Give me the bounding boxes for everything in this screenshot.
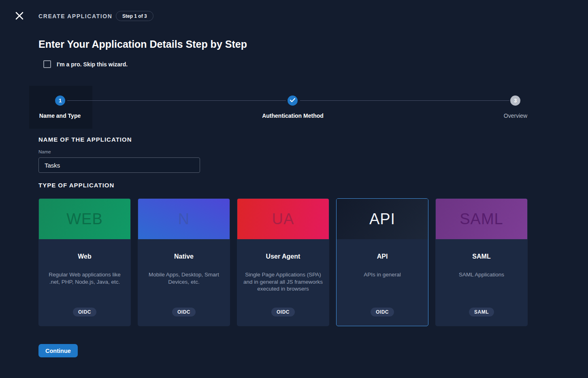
step-3-label[interactable]: Overview: [504, 113, 527, 119]
card-title: User Agent: [237, 253, 329, 260]
name-field-label: Name: [38, 149, 51, 154]
page-title: CREATE APPLICATION: [38, 13, 113, 19]
current-step-highlight: [29, 86, 92, 129]
card-description: APIs in general: [337, 271, 428, 278]
card-header-art: API: [337, 199, 428, 239]
card-header-art: SAML: [436, 199, 527, 239]
card-description: SAML Applications: [436, 271, 527, 278]
check-icon: [290, 98, 295, 104]
step-badge: Step 1 of 3: [116, 11, 153, 21]
stepper-connector: [300, 100, 509, 101]
app-type-card-api[interactable]: API API APIs in general OIDC: [336, 198, 428, 326]
app-type-card-saml[interactable]: SAML SAML SAML Applications SAML: [435, 198, 528, 326]
wizard-heading: Enter Your Application Details Step by S…: [38, 38, 247, 50]
card-header-art: WEB: [39, 199, 130, 239]
protocol-badge: OIDC: [172, 308, 196, 316]
app-type-card-web[interactable]: WEB Web Regular Web applications like .n…: [38, 198, 131, 326]
protocol-badge: OIDC: [371, 308, 394, 316]
application-name-input[interactable]: [38, 157, 200, 173]
type-section-title: TYPE OF APPLICATION: [38, 182, 114, 189]
step-1-label[interactable]: Name and Type: [39, 113, 81, 119]
name-section-title: NAME OF THE APPLICATION: [38, 136, 132, 143]
skip-wizard-checkbox[interactable]: [43, 60, 51, 68]
card-description: Regular Web applications like .net, PHP,…: [39, 271, 130, 285]
protocol-badge: SAML: [469, 308, 494, 316]
step-3-circle[interactable]: 3: [510, 96, 520, 106]
card-title: Web: [39, 253, 130, 260]
card-title: SAML: [436, 253, 527, 260]
card-title: Native: [138, 253, 230, 260]
stepper-connector: [67, 100, 286, 101]
protocol-badge: OIDC: [73, 308, 96, 316]
skip-wizard-label[interactable]: I'm a pro. Skip this wizard.: [57, 61, 128, 68]
card-description: Single Page Applications (SPA) and in ge…: [237, 271, 329, 293]
app-type-card-native[interactable]: N Native Mobile Apps, Desktop, Smart Dev…: [138, 198, 230, 326]
card-description: Mobile Apps, Desktop, Smart Devices, etc…: [138, 271, 230, 285]
card-header-art: UA: [237, 199, 329, 239]
step-2-circle[interactable]: [288, 96, 298, 106]
close-icon: [15, 12, 23, 21]
skip-wizard-row: I'm a pro. Skip this wizard.: [43, 60, 128, 68]
card-title: API: [337, 253, 428, 260]
app-type-cards: WEB Web Regular Web applications like .n…: [38, 198, 528, 326]
app-type-card-user-agent[interactable]: UA User Agent Single Page Applications (…: [237, 198, 329, 326]
card-header-art: N: [138, 199, 230, 239]
step-2-label[interactable]: Authentication Method: [262, 113, 324, 119]
step-1-circle[interactable]: 1: [55, 96, 65, 106]
protocol-badge: OIDC: [271, 308, 295, 316]
wizard-stepper: 1 3 Name and Type Authentication Method …: [0, 86, 588, 129]
close-button[interactable]: [14, 11, 25, 22]
continue-button[interactable]: Continue: [38, 344, 78, 357]
